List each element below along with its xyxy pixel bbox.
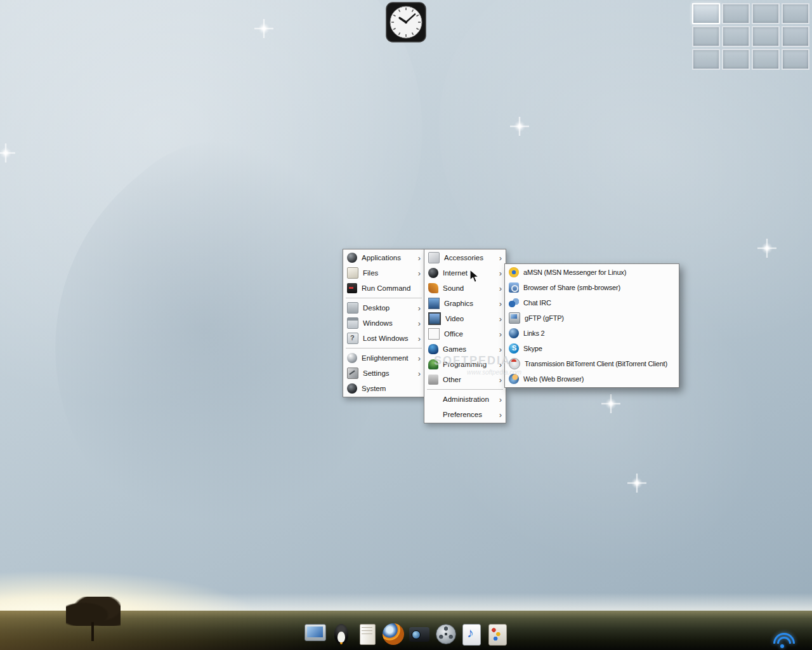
menu-separator xyxy=(346,348,422,348)
gftp-icon xyxy=(509,312,520,324)
analog-clock-face xyxy=(386,2,426,43)
menu-item-accessories[interactable]: Accessories › xyxy=(425,250,505,265)
menu-item-label: Applications xyxy=(362,254,414,262)
pager-cell[interactable] xyxy=(752,3,780,24)
tux-icon[interactable] xyxy=(329,622,353,646)
submenu-arrow-icon: › xyxy=(418,319,421,328)
menu-item-label: Office xyxy=(444,330,495,338)
menu-item-amsn[interactable]: aMSN (MSN Messenger for Linux) xyxy=(506,265,678,280)
sparkle-star xyxy=(757,239,776,258)
menu-item-label: Lost Windows xyxy=(363,335,414,342)
movie-reel-icon[interactable] xyxy=(433,622,457,646)
applications-icon xyxy=(347,253,357,263)
internet-menu: aMSN (MSN Messenger for Linux) Browser o… xyxy=(504,263,679,388)
menu-item-chat-irc[interactable]: Chat IRC xyxy=(506,295,678,310)
menu-item-settings[interactable]: Settings › xyxy=(344,366,424,381)
submenu-arrow-icon: › xyxy=(499,315,502,323)
wifi-arc xyxy=(773,633,795,644)
menu-item-other[interactable]: Other › xyxy=(425,372,505,387)
submenu-arrow-icon: › xyxy=(418,335,421,343)
amsn-icon xyxy=(509,267,519,277)
menu-item-label: Graphics xyxy=(444,300,495,307)
submenu-arrow-icon: › xyxy=(499,345,502,354)
submenu-arrow-icon: › xyxy=(499,254,502,262)
pager-cell[interactable] xyxy=(692,26,720,47)
ibar-dock xyxy=(303,622,509,646)
menu-item-office[interactable]: Office › xyxy=(425,326,505,342)
pager-cell[interactable] xyxy=(782,49,809,70)
pager-cell[interactable] xyxy=(782,26,809,47)
menu-item-games[interactable]: Games › xyxy=(425,342,505,357)
menu-item-programming[interactable]: Programming › xyxy=(425,357,505,372)
lost-windows-icon xyxy=(347,333,358,344)
menu-item-links2[interactable]: Links 2 xyxy=(506,326,678,341)
pager-cell[interactable] xyxy=(782,3,809,24)
menu-item-preferences[interactable]: Preferences › xyxy=(425,407,505,422)
internet-icon xyxy=(428,268,438,278)
menu-item-lost-windows[interactable]: Lost Windows › xyxy=(344,331,424,346)
menu-item-gftp[interactable]: gFTP (gFTP) xyxy=(506,310,678,326)
run-command-icon xyxy=(347,283,357,293)
pager-cell[interactable] xyxy=(722,49,750,70)
pager-cell[interactable] xyxy=(752,49,780,70)
wifi-dot xyxy=(780,644,784,648)
menu-item-web-browser[interactable]: Web (Web Browser) xyxy=(506,371,678,387)
menu-item-label: System xyxy=(362,385,421,392)
video-icon xyxy=(428,312,441,325)
accessories-icon xyxy=(428,252,440,263)
web-browser-icon xyxy=(509,374,519,384)
menu-item-internet[interactable]: Internet › xyxy=(425,265,505,281)
menu-item-windows[interactable]: Windows › xyxy=(344,315,424,331)
submenu-arrow-icon: › xyxy=(418,254,421,262)
menu-item-enlightenment[interactable]: Enlightenment › xyxy=(344,350,424,366)
image-editor-icon[interactable] xyxy=(485,622,509,646)
firefox-icon[interactable] xyxy=(381,622,405,646)
clock-gadget[interactable] xyxy=(386,2,426,43)
music-icon[interactable] xyxy=(459,622,483,646)
sparkle-star xyxy=(0,143,15,162)
menu-item-label: Settings xyxy=(363,369,414,377)
menu-item-label: Preferences xyxy=(443,411,495,418)
folder-icon xyxy=(347,267,358,279)
pager-cell[interactable] xyxy=(752,26,780,47)
office-icon xyxy=(428,328,440,340)
menu-item-system[interactable]: System xyxy=(344,381,424,396)
sparkle-star xyxy=(510,117,529,136)
menu-item-sound[interactable]: Sound › xyxy=(425,281,505,296)
menu-item-desktop[interactable]: Desktop › xyxy=(344,300,424,315)
files-icon[interactable] xyxy=(355,622,379,646)
skype-icon xyxy=(509,343,519,354)
wifi-icon[interactable] xyxy=(769,630,796,649)
menu-item-label: Transmission BitTorrent Client (BitTorre… xyxy=(525,360,675,368)
menu-item-run-command[interactable]: Run Command xyxy=(344,281,424,296)
pager xyxy=(692,3,809,70)
chat-irc-icon xyxy=(509,298,519,308)
menu-item-files[interactable]: Files › xyxy=(344,265,424,281)
submenu-arrow-icon: › xyxy=(418,369,421,378)
pager-cell[interactable] xyxy=(722,3,750,24)
menu-item-label: Programming xyxy=(443,361,495,368)
video-camera-icon[interactable] xyxy=(407,622,431,646)
pager-cell[interactable] xyxy=(722,26,750,47)
menu-item-video[interactable]: Video › xyxy=(425,311,505,326)
menu-item-transmission[interactable]: Transmission BitTorrent Client (BitTorre… xyxy=(506,356,678,371)
computer-icon[interactable] xyxy=(303,622,327,646)
menu-item-label: Enlightenment xyxy=(362,354,414,362)
menu-item-label: Skype xyxy=(523,345,675,352)
sound-icon xyxy=(428,283,438,293)
menu-item-skype[interactable]: Skype xyxy=(506,341,678,356)
submenu-arrow-icon: › xyxy=(499,284,502,293)
pager-cell[interactable] xyxy=(692,3,720,24)
menu-item-label: Internet xyxy=(443,269,495,277)
desktop[interactable]: Applications › Files › Run Command Deskt… xyxy=(0,0,812,650)
graphics-icon xyxy=(428,298,440,309)
menu-item-administration[interactable]: Administration › xyxy=(425,392,505,407)
menu-item-graphics[interactable]: Graphics › xyxy=(425,296,505,311)
submenu-arrow-icon: › xyxy=(499,269,502,277)
submenu-arrow-icon: › xyxy=(499,361,502,369)
applications-menu: Accessories › Internet › Sound › Graphic… xyxy=(424,249,506,423)
menu-item-applications[interactable]: Applications › xyxy=(344,250,424,265)
games-icon xyxy=(428,344,438,354)
menu-item-smb-browser[interactable]: Browser of Share (smb-browser) xyxy=(506,280,678,295)
pager-cell[interactable] xyxy=(692,49,720,70)
